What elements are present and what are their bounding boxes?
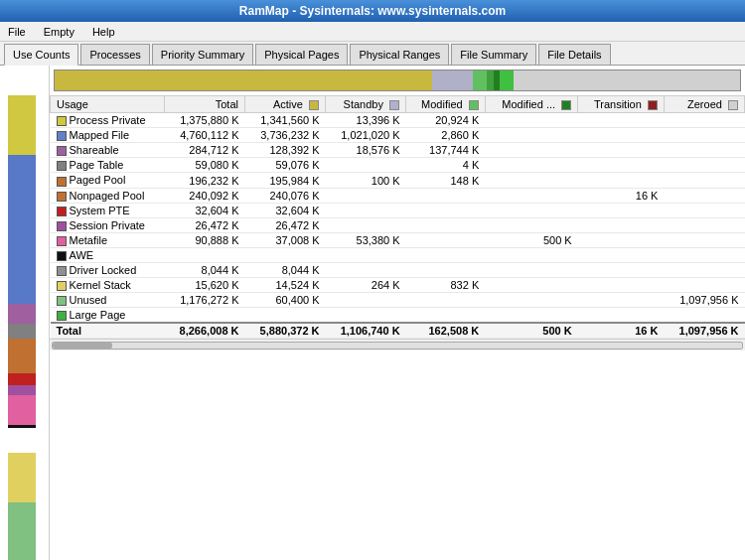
scrollbar-track[interactable] <box>52 342 743 350</box>
total-row: Total8,266,008 K5,880,372 K1,106,740 K16… <box>51 323 745 339</box>
col-transition[interactable]: Transition <box>578 96 665 113</box>
cell-modified: 137,744 K <box>406 143 486 158</box>
memory-bar <box>54 70 741 91</box>
cell-modifiedF <box>485 113 577 128</box>
cell-modifiedF <box>485 173 577 188</box>
cell-total: 8,044 K <box>164 263 244 278</box>
col-usage[interactable]: Usage <box>51 96 165 113</box>
cell-total-zeroed: 1,097,956 K <box>664 323 744 339</box>
cell-zeroed <box>664 188 744 203</box>
tab-priority-summary[interactable]: Priority Summary <box>152 44 253 65</box>
cell-total <box>164 308 244 324</box>
bar-modified2 <box>487 70 494 90</box>
sidebar-block-unused <box>8 502 36 560</box>
bar-transition <box>494 70 501 90</box>
table-row: Mapped File4,760,112 K3,736,232 K1,021,0… <box>51 128 745 143</box>
cell-active: 14,524 K <box>245 278 326 293</box>
cell-usage-label: Large Page <box>51 308 165 324</box>
cell-active: 32,604 K <box>245 203 326 217</box>
menu-bar: File Empty Help <box>0 22 745 42</box>
cell-total-standby: 1,106,740 K <box>326 323 406 339</box>
modified-color-swatch <box>469 100 479 110</box>
cell-modifiedF <box>485 278 577 293</box>
col-total[interactable]: Total <box>164 96 244 113</box>
col-active[interactable]: Active <box>245 96 326 113</box>
bar-active <box>55 70 432 90</box>
cell-transition <box>578 128 665 143</box>
usage-color-dot <box>57 266 67 276</box>
cell-modifiedF <box>485 263 577 278</box>
tab-use-counts[interactable]: Use Counts <box>4 44 78 66</box>
cell-total-label: Total <box>51 323 165 339</box>
cell-total: 32,604 K <box>164 203 244 217</box>
cell-total: 59,080 K <box>164 158 244 173</box>
tab-physical-ranges[interactable]: Physical Ranges <box>350 44 449 65</box>
title-text: RamMap - Sysinternals: www.sysinternals.… <box>239 4 506 18</box>
cell-zeroed <box>664 278 744 293</box>
cell-standby <box>326 158 406 173</box>
cell-modifiedF <box>485 217 577 232</box>
cell-modified <box>406 217 486 232</box>
usage-color-dot <box>57 281 67 291</box>
col-standby[interactable]: Standby <box>326 96 406 113</box>
cell-transition <box>578 308 665 324</box>
bar-zeroed <box>514 70 740 90</box>
tab-file-details[interactable]: File Details <box>538 44 610 65</box>
horizontal-scrollbar[interactable] <box>50 339 745 350</box>
menu-help[interactable]: Help <box>88 25 119 39</box>
tab-file-summary[interactable]: File Summary <box>451 44 536 65</box>
table-row: Process Private1,375,880 K1,341,560 K13,… <box>51 113 745 128</box>
cell-standby <box>326 293 406 308</box>
cell-active <box>245 247 326 262</box>
cell-total: 240,092 K <box>164 188 244 203</box>
cell-transition <box>578 293 665 308</box>
cell-modified: 2,860 K <box>406 128 486 143</box>
cell-usage-label: Shareable <box>51 143 165 158</box>
table-row: Session Private26,472 K26,472 K <box>51 217 745 232</box>
cell-zeroed <box>664 158 744 173</box>
tab-physical-pages[interactable]: Physical Pages <box>255 44 348 65</box>
cell-total <box>164 247 244 262</box>
col-modified[interactable]: Modified <box>406 96 486 113</box>
cell-total-modifiedF: 500 K <box>485 323 577 339</box>
cell-modified <box>406 232 486 247</box>
cell-total: 4,760,112 K <box>164 128 244 143</box>
cell-transition <box>578 232 665 247</box>
table-row: Kernel Stack15,620 K14,524 K264 K832 K <box>51 278 745 293</box>
cell-total: 90,888 K <box>164 232 244 247</box>
sidebar-block-session <box>8 385 36 395</box>
cell-total: 15,620 K <box>164 278 244 293</box>
menu-empty[interactable]: Empty <box>40 25 78 39</box>
cell-total: 1,375,880 K <box>164 113 244 128</box>
cell-transition: 16 K <box>578 188 665 203</box>
cell-modified: 832 K <box>406 278 486 293</box>
cell-total: 284,712 K <box>164 143 244 158</box>
cell-standby: 100 K <box>326 173 406 188</box>
cell-zeroed <box>664 232 744 247</box>
table-row: Shareable284,712 K128,392 K18,576 K137,7… <box>51 143 745 158</box>
cell-zeroed <box>664 143 744 158</box>
cell-standby <box>326 217 406 232</box>
cell-total: 196,232 K <box>164 173 244 188</box>
cell-zeroed: 1,097,956 K <box>664 293 744 308</box>
cell-standby <box>326 263 406 278</box>
cell-total: 26,472 K <box>164 217 244 232</box>
cell-modified <box>406 308 486 324</box>
cell-transition <box>578 143 665 158</box>
cell-usage-label: Session Private <box>51 217 165 232</box>
menu-file[interactable]: File <box>4 25 30 39</box>
cell-active: 195,984 K <box>245 173 326 188</box>
content-area[interactable]: Usage Total Active Standby Modified Modi… <box>50 66 745 560</box>
tab-processes[interactable]: Processes <box>80 44 149 65</box>
cell-standby: 264 K <box>326 278 406 293</box>
col-modified-f[interactable]: Modified ... <box>485 96 577 113</box>
col-zeroed[interactable]: Zeroed <box>664 96 744 113</box>
usage-color-dot <box>57 221 67 231</box>
active-color-swatch <box>309 100 319 110</box>
scrollbar-thumb[interactable] <box>53 343 112 349</box>
table-row: Paged Pool196,232 K195,984 K100 K148 K <box>51 173 745 188</box>
cell-standby: 53,380 K <box>326 232 406 247</box>
cell-standby: 18,576 K <box>326 143 406 158</box>
cell-modified <box>406 263 486 278</box>
cell-modifiedF <box>485 247 577 262</box>
